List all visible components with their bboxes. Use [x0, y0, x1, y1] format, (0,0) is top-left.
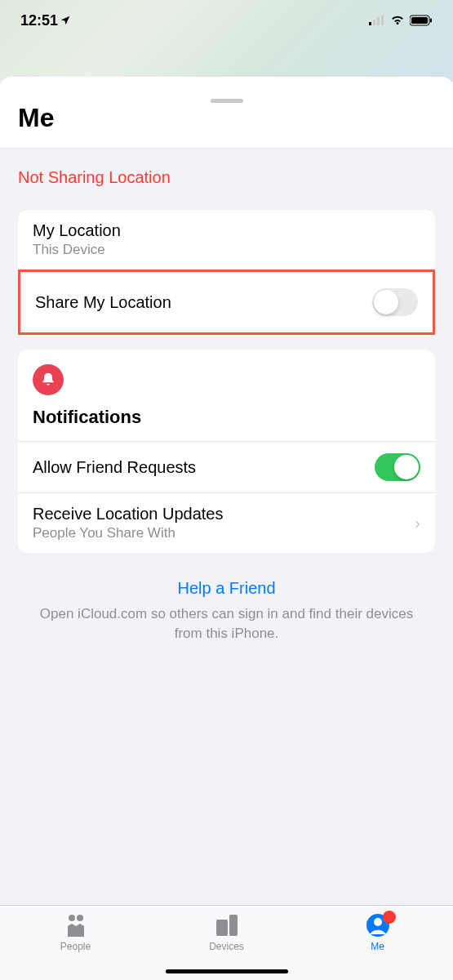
receive-updates-title: Receive Location Updates	[33, 505, 415, 523]
people-icon	[63, 912, 89, 938]
battery-icon	[410, 15, 433, 26]
svg-rect-0	[369, 22, 371, 25]
svg-rect-1	[373, 20, 375, 25]
sheet-title: Me	[18, 103, 435, 133]
my-location-row[interactable]: My Location This Device	[18, 210, 435, 270]
share-location-highlight: Share My Location	[18, 270, 435, 335]
wifi-icon	[390, 15, 405, 26]
help-friend-text: Open iCloud.com so others can sign in an…	[24, 604, 429, 644]
devices-icon	[215, 912, 239, 938]
status-bar: 12:51	[0, 0, 453, 41]
my-location-title: My Location	[33, 221, 420, 240]
receive-updates-row[interactable]: Receive Location Updates People You Shar…	[18, 493, 435, 553]
svg-point-7	[69, 915, 75, 921]
tab-me-badge	[383, 911, 396, 924]
chevron-right-icon: ›	[415, 514, 420, 532]
help-friend-link[interactable]: Help a Friend	[24, 579, 429, 598]
status-time: 12:51	[20, 12, 71, 29]
location-card: My Location This Device	[18, 210, 435, 270]
tab-devices-label: Devices	[209, 941, 244, 952]
receive-updates-subtitle: People You Share With	[33, 525, 415, 541]
sharing-status: Not Sharing Location	[0, 149, 453, 195]
allow-requests-title: Allow Friend Requests	[33, 458, 375, 477]
tab-me[interactable]: Me	[337, 912, 419, 980]
me-sheet: Me Not Sharing Location My Location This…	[0, 77, 453, 980]
tab-people[interactable]: People	[35, 912, 117, 980]
my-location-subtitle: This Device	[33, 242, 420, 258]
svg-point-8	[77, 915, 83, 921]
tab-me-label: Me	[371, 941, 384, 952]
svg-rect-10	[229, 915, 238, 936]
share-location-row: Share My Location	[20, 272, 433, 332]
toggle-knob	[394, 455, 419, 479]
notifications-header: Notifications	[18, 395, 435, 442]
svg-point-12	[374, 918, 382, 926]
bell-icon	[33, 364, 64, 395]
time-label: 12:51	[20, 12, 58, 29]
tab-people-label: People	[60, 941, 91, 952]
svg-rect-9	[216, 920, 228, 936]
share-location-toggle[interactable]	[372, 288, 418, 316]
svg-rect-3	[381, 15, 384, 25]
toggle-knob	[374, 290, 398, 314]
notifications-card: Notifications Allow Friend Requests Rece…	[18, 350, 435, 553]
location-arrow-icon	[60, 15, 71, 26]
help-section: Help a Friend Open iCloud.com so others …	[0, 553, 453, 670]
allow-requests-toggle[interactable]	[375, 453, 420, 481]
cellular-icon	[369, 15, 385, 26]
share-location-title: Share My Location	[35, 293, 372, 312]
svg-rect-6	[430, 19, 432, 23]
allow-requests-row: Allow Friend Requests	[18, 442, 435, 493]
svg-rect-5	[411, 17, 428, 24]
sheet-header: Me	[0, 77, 453, 149]
home-indicator[interactable]	[166, 969, 288, 973]
svg-rect-2	[377, 17, 380, 25]
status-icons	[369, 15, 433, 26]
